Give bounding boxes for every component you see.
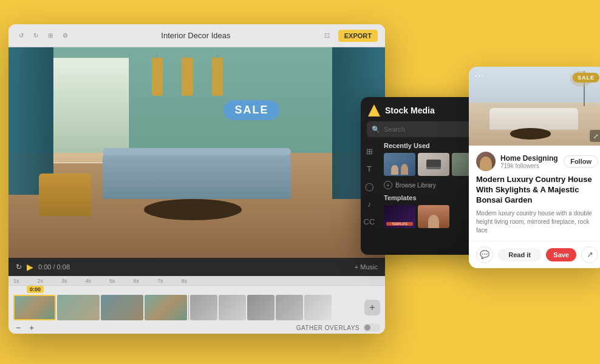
blog-description: Modern luxury country house with a doubl… bbox=[469, 209, 600, 241]
pendant-light-3 bbox=[212, 58, 223, 95]
stock-search-bar[interactable]: 🔍 Search bbox=[367, 121, 476, 137]
pendant-light-1 bbox=[152, 58, 163, 95]
timeline-area: 1s 2s 3s 4s 5s 6s 7s 8s 0:00 bbox=[9, 276, 385, 334]
canvas-image: SALE bbox=[9, 47, 385, 258]
track-thumb-sm-3[interactable] bbox=[247, 295, 274, 320]
redo-icon[interactable]: ↻ bbox=[30, 30, 41, 41]
blog-author-avatar bbox=[476, 152, 496, 171]
stock-logo-icon bbox=[368, 104, 380, 116]
stock-panel-header: Stock Media bbox=[361, 97, 482, 121]
track-thumb-sm-4[interactable] bbox=[276, 295, 303, 320]
blog-author-followers: 719k followers bbox=[500, 163, 559, 169]
playhead-time: 0:00 bbox=[27, 286, 44, 293]
undo-icon[interactable]: ↺ bbox=[16, 30, 27, 41]
blog-author-name: Home Designing bbox=[500, 154, 559, 163]
media-thumb-people[interactable] bbox=[384, 153, 415, 176]
blog-author-info: Home Designing 719k followers bbox=[500, 154, 559, 169]
play-button[interactable]: ▶ bbox=[27, 262, 33, 272]
stock-media-panel: Stock Media 🔍 Search ⊞ T ◯ ♪ CC Recently… bbox=[361, 97, 482, 255]
timeline-ruler: 1s 2s 3s 4s 5s 6s 7s 8s bbox=[9, 276, 385, 286]
follow-button[interactable]: Follow bbox=[564, 155, 598, 167]
track-thumb-sm-2[interactable] bbox=[219, 295, 246, 320]
blog-hero-image: SALE ··· ⤢ bbox=[469, 67, 600, 146]
timeline-controls: − + GATHER OVERLAYS bbox=[9, 322, 385, 334]
pendant-light-2 bbox=[182, 58, 193, 95]
blog-card: SALE ··· ⤢ Home Designing 719k followers… bbox=[469, 67, 600, 268]
window-icon: ⊡ bbox=[321, 30, 333, 42]
room-table bbox=[144, 199, 242, 220]
timeline-playhead: 0:00 bbox=[9, 286, 385, 293]
editor-titlebar: ↺ ↻ ⊞ ⚙ Interior Decor Ideas ⊡ EXPORT bbox=[9, 24, 385, 47]
editor-canvas: SALE bbox=[9, 47, 385, 258]
room-chair bbox=[39, 174, 92, 215]
track-thumb-sm-1[interactable] bbox=[190, 295, 217, 320]
read-it-button[interactable]: Read it bbox=[498, 248, 541, 261]
search-placeholder: Search bbox=[384, 126, 405, 133]
blog-author-row: Home Designing 719k followers Follow bbox=[469, 146, 600, 175]
avatar-figure bbox=[480, 157, 492, 171]
gather-toggle[interactable] bbox=[363, 323, 380, 332]
track-divider bbox=[188, 295, 189, 320]
sale-badge: SALE bbox=[223, 100, 279, 120]
window-light bbox=[53, 58, 129, 163]
loop-button[interactable]: ↻ bbox=[16, 263, 22, 271]
save-button[interactable]: Save bbox=[546, 248, 576, 261]
curtain-left bbox=[9, 47, 53, 195]
track-thumb-1[interactable] bbox=[13, 295, 56, 320]
zoom-out-button[interactable]: − bbox=[13, 323, 23, 332]
zoom-in-button[interactable]: + bbox=[27, 323, 36, 332]
fullscreen-button[interactable]: ⤢ bbox=[590, 130, 600, 142]
music-button[interactable]: + Music bbox=[355, 263, 378, 271]
track-thumb-3[interactable] bbox=[101, 295, 143, 320]
toolbar-icons: ↺ ↻ ⊞ ⚙ bbox=[16, 30, 70, 41]
chat-button[interactable]: 💬 bbox=[476, 246, 493, 263]
add-track-button[interactable]: + bbox=[364, 300, 380, 315]
recently-used-label: Recently Used bbox=[384, 142, 430, 149]
template-thumb-fireworks[interactable]: TEMPLATE bbox=[384, 205, 415, 228]
blog-actions: 💬 Read it Save ↗ bbox=[469, 241, 600, 268]
recently-used-section: Recently Used ▾ bbox=[384, 142, 476, 149]
blog-title: Modern Luxury Country House With Skyligh… bbox=[469, 175, 600, 209]
template-thumb-person[interactable] bbox=[418, 205, 449, 228]
blog-dots-menu[interactable]: ··· bbox=[475, 72, 599, 80]
player-controls: ↻ ▶ 0:00 / 0:08 + Music bbox=[9, 258, 385, 276]
room-sofa bbox=[103, 153, 291, 199]
settings-icon[interactable]: ⚙ bbox=[60, 30, 70, 41]
media-icon[interactable]: ⊞ bbox=[366, 147, 373, 156]
recently-used-thumbs bbox=[384, 153, 476, 176]
gather-label: GATHER OVERLAYS bbox=[296, 325, 360, 331]
crop-icon[interactable]: ⊞ bbox=[45, 30, 56, 41]
stock-panel-title: Stock Media bbox=[385, 106, 435, 115]
export-button[interactable]: EXPORT bbox=[338, 30, 378, 42]
search-icon: 🔍 bbox=[372, 126, 380, 133]
editor-title: Interior Decor Ideas bbox=[75, 31, 316, 40]
track-thumb-sm-5[interactable] bbox=[304, 295, 332, 320]
share-button[interactable]: ↗ bbox=[581, 246, 598, 263]
time-display: 0:00 / 0:08 bbox=[38, 263, 70, 271]
stock-panel-body: Recently Used ▾ bbox=[378, 142, 482, 255]
editor-window: ↺ ↻ ⊞ ⚙ Interior Decor Ideas ⊡ EXPORT bbox=[9, 24, 385, 334]
track-thumb-2[interactable] bbox=[57, 295, 100, 320]
main-scene: ↺ ↻ ⊞ ⚙ Interior Decor Ideas ⊡ EXPORT bbox=[9, 12, 591, 352]
track-thumb-4[interactable] bbox=[145, 295, 187, 320]
